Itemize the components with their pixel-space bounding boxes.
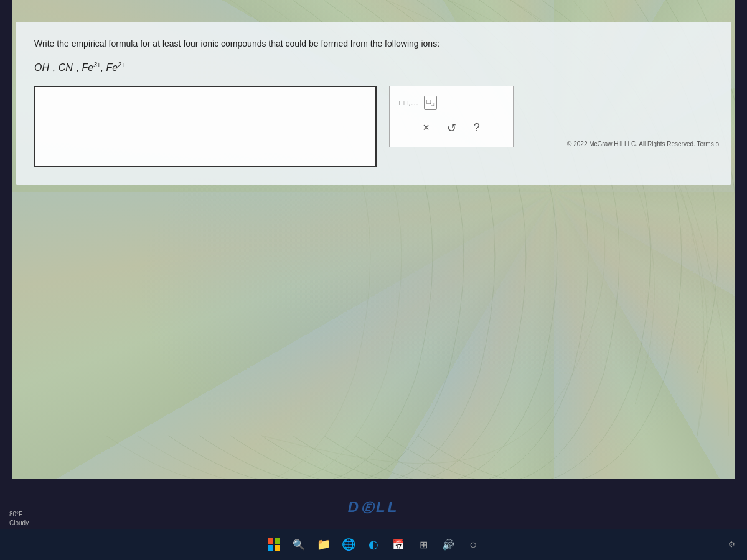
- calendar-button[interactable]: 📅: [388, 534, 408, 554]
- weather-desc-text: Cloudy: [9, 519, 29, 528]
- speaker-button[interactable]: 🔊: [438, 534, 458, 554]
- taskbar-icons: 🔍 📁 🌐 ◐ 📅 ⊞ 🔊 ○: [264, 534, 483, 554]
- apps-grid-button[interactable]: ⊞: [413, 534, 433, 554]
- search-taskbar-button[interactable]: 🔍: [289, 534, 309, 554]
- clear-button[interactable]: ×: [420, 119, 432, 137]
- ion-oh: OH−, CN−, Fe3+, Fe2+: [34, 62, 125, 73]
- help-button[interactable]: ?: [471, 119, 482, 137]
- undo-button[interactable]: ↺: [444, 119, 459, 138]
- toolbar-action-row: × ↺ ?: [399, 119, 504, 138]
- svg-rect-0: [268, 538, 273, 544]
- file-explorer-button[interactable]: 📁: [314, 534, 334, 554]
- answer-section: □□,... □□ × ↺ ?: [34, 86, 713, 169]
- system-tray: ⚙: [725, 538, 738, 551]
- browser-button[interactable]: 🌐: [339, 534, 359, 554]
- answer-input[interactable]: [34, 86, 377, 167]
- main-content-panel: Write the empirical formula for at least…: [16, 22, 731, 185]
- subscript-box-btn[interactable]: □□: [424, 96, 438, 109]
- svg-rect-3: [275, 545, 280, 551]
- ions-display: OH−, CN−, Fe3+, Fe2+: [34, 62, 713, 73]
- svg-rect-1: [275, 538, 280, 544]
- edge-button[interactable]: ◐: [364, 534, 383, 554]
- app-window: .swirl-line { fill: none; stroke: rgba(1…: [12, 0, 735, 479]
- dell-logo: DⒺLL: [348, 498, 400, 516]
- system-tray-icon[interactable]: ⚙: [725, 538, 738, 551]
- copyright-text: © 2022 McGraw Hill LLC. All Rights Reser…: [567, 141, 719, 147]
- toolbar-top-row: □□,... □□: [399, 96, 504, 109]
- temperature-text: 80°F: [9, 510, 29, 519]
- answer-input-container: [34, 86, 377, 169]
- formula-toolbar: □□,... □□ × ↺ ?: [389, 86, 514, 147]
- weather-widget: 80°F Cloudy: [9, 510, 29, 528]
- question-text: Write the empirical formula for at least…: [34, 37, 713, 50]
- svg-rect-2: [268, 545, 273, 551]
- windows-start-button[interactable]: [264, 534, 284, 554]
- taskbar: 80°F Cloudy 🔍 📁 🌐 ◐ 📅 ⊞ 🔊 ○ ⚙: [0, 529, 747, 560]
- mic-button[interactable]: ○: [463, 534, 483, 554]
- subscript-dots-icon: □□,...: [399, 99, 419, 106]
